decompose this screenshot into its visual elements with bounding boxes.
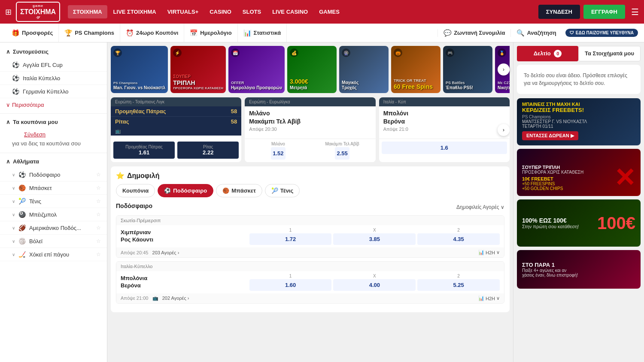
odd-cell-2-2[interactable]: 5.25 (417, 279, 500, 291)
match-card-header-2: Ευρώπη - Ευρωλίγκα (245, 97, 375, 106)
promo-card-cash[interactable]: 💰 3.000€ Μετρητά (287, 46, 337, 93)
nav-games[interactable]: GAMES (314, 5, 345, 18)
match-row-2-teams: Μπολόνια Βερόνα (121, 275, 246, 290)
match-row-2-team1: Μπολόνια (121, 275, 246, 281)
chevron-down-icon-8: ∨ (12, 252, 15, 257)
sec-nav-calendar[interactable]: 📅 Ημερολόγιο (184, 24, 237, 42)
sec-nav-promotions[interactable]: 🎁 Προσφορές (6, 24, 59, 42)
odd-cell-1-2[interactable]: 4.35 (417, 233, 500, 245)
promo-card-super-triple[interactable]: ⚡ ΣΟΥΠΕΡ ΤΡΙΠΛΗ ΠΡΟΣΦΟΡΑ ΧΩΡΙΣ ΚΑΤΑΘΕΣΗ (170, 46, 226, 93)
site-logo[interactable]: game ΣΤΟΙΧΗΜΑ .gr (16, 2, 60, 22)
match-row-1-header: Σκωτία-Πρέμιερσιπ (116, 216, 504, 225)
sidebar-item-football[interactable]: ∨ ⚽ Ποδόσφαιρο ☆ (0, 168, 107, 181)
sec-nav-ps-champions[interactable]: 🏆 PS Champions (59, 24, 120, 42)
odd-cell-2-1[interactable]: 1.60 (249, 279, 332, 291)
odd-button-2-2[interactable]: 2.55 (335, 147, 349, 160)
tab-football[interactable]: ⚽ Ποδόσφαιρο (158, 184, 213, 197)
promo-label-5: Μαγικός Τροχός (342, 80, 386, 90)
match3-team1: Μπολόνι (383, 110, 505, 117)
login-link[interactable]: Σύνδεση (12, 131, 101, 140)
promo-card-calendar[interactable]: 📅 OFFER Ημερολόγιο Προσφορών (228, 46, 285, 93)
promo-card-ps-champions[interactable]: 🏆 PS Champions Man. Γιουν. vs Νιούκαστλ (111, 46, 168, 93)
volleyball-icon: 🏐 (18, 238, 26, 244)
sec-nav-live-chat[interactable]: 💬 Ζωντανή Συνομιλία (437, 29, 510, 37)
match-row-1-team1: Χιμπέρνιαν (121, 229, 246, 235)
sidebar-item-american-football[interactable]: ∨ 🏈 Αμερικάνικο Ποδός... ☆ (0, 221, 107, 235)
sidebar-item-germany-cup[interactable]: ⚽ Γερμανία Κύπελλο (0, 85, 107, 98)
star-icon-4: ☆ (96, 211, 101, 217)
betslip-tab-my-bets[interactable]: Τα Στοιχήματά μου (578, 46, 641, 61)
match2-team1: Μιλάνο (249, 110, 371, 117)
tab-basketball[interactable]: 🏀 Μπάσκετ (216, 184, 262, 197)
odd-button-1-2[interactable]: Ρίτας 2.22 (177, 142, 239, 159)
banner-1-cta[interactable]: ΕΝΤΑΣΣΕ ΔΩΡΕΑΝ ▶ (522, 131, 578, 140)
match-row-2-time: Απόψε 21:00 📺 202 Αγορές › (121, 296, 189, 301)
promo-card-ps5[interactable]: 🎮 PS Battles Έπαθλο PS5! (443, 46, 492, 93)
tab-coupons[interactable]: Κουπόνια (116, 184, 155, 197)
nav-virtuals[interactable]: VIRTUALS+ (162, 5, 204, 18)
shortcuts-header[interactable]: ∧ Συντομεύσεις (0, 45, 107, 58)
sidebar-item-italy-cup[interactable]: ⚽ Ιταλία Κύπελλο (0, 72, 107, 85)
promo-card-free-spins[interactable]: 🎃 TRICK OR TREAT 60 Free Spins (391, 46, 440, 93)
promo-banner-1[interactable]: ΜΠΑΙΝΕΙΣ ΣΤΗ ΜΑΧΗ ΚΑΙ ΚΕΡΔΙΖΕΙΣ FREEBETS… (517, 98, 641, 145)
sidebar-item-tennis[interactable]: ∨ 🎾 Τένις ☆ (0, 195, 107, 208)
sec-nav-search[interactable]: 🔍 Αναζήτηση (510, 29, 562, 37)
sidebar-item-efl[interactable]: ⚽ Αγγλία EFL Cup (0, 58, 107, 72)
login-button[interactable]: ΣΥΝΔΕΣΗ (538, 5, 580, 19)
odd-cell-1-x[interactable]: 3.85 (333, 233, 416, 245)
betslip-tab-slip[interactable]: Δελτίο 0 (517, 46, 578, 61)
popular-markets-label[interactable]: Δημοφιλείς Αγορές ∨ (456, 204, 504, 210)
hamburger-icon[interactable]: ☰ (631, 7, 639, 17)
match-row-1-h2h[interactable]: 📊 H2H ∨ (478, 250, 500, 255)
nav-live-stoixima[interactable]: LIVE ΣΤΟΙΧΗΜΑ (108, 5, 161, 18)
odd-cell-1-1[interactable]: 1.72 (249, 233, 332, 245)
main-content: 🏆 PS Champions Man. Γιουν. vs Νιούκαστλ … (107, 42, 513, 362)
sidebar-more-shortcuts[interactable]: ∨ Περισσότερα (0, 98, 107, 112)
live-match-card-2: Ευρώπη - Ευρωλίγκα Μιλάνο Μακάμπι Τελ Αβ… (245, 97, 375, 162)
chevron-down-icon: ∨ (6, 102, 10, 108)
tab-tennis[interactable]: 🎾 Τένις (265, 184, 300, 197)
sidebar: ∧ Συντομεύσεις ⚽ Αγγλία EFL Cup ⚽ Ιταλία… (0, 42, 107, 362)
odd-button-1-1[interactable]: Προμηθέας Πάτρας 1.61 (113, 142, 175, 159)
match-row-2-markets[interactable]: 202 Αγορές › (162, 296, 189, 301)
match-card-header-1: Ευρώπη - Τσάμπιονς Λιγκ (111, 97, 241, 106)
match-row-1-markets[interactable]: 203 Αγορές › (152, 250, 179, 255)
sidebar-item-baseball[interactable]: ∨ 🎱 Μπέιζμπολ ☆ (0, 208, 107, 221)
sidebar-item-hockey[interactable]: ∨ 🏒 Χόκεϊ επί πάγου ☆ (0, 248, 107, 261)
odd-cell-2-x[interactable]: 4.00 (333, 279, 416, 291)
sports-header[interactable]: ∧ Αθλήματα (0, 155, 107, 168)
promo-icon-4: 💰 (290, 48, 298, 57)
promo-banner-4[interactable]: ΣΤΟ ΠΑΡΑ 1 Παίξε 4+ αγώνες και αν χάσεις… (517, 250, 641, 289)
live-match-card-3: Ιταλία - Κύπ Μπολόνι Βερόνα Απόψε 21:0 1… (379, 97, 510, 162)
eao-badge[interactable]: 🛡 ΕΔΩ ΠΑΙΖΟΥΜΕ ΥΠΕΥΘΥΝΑ (565, 29, 638, 37)
odd-button-2-1[interactable]: 1.52 (271, 147, 285, 160)
sec-nav-statistics[interactable]: 📊 Στατιστικά (238, 24, 287, 42)
odd-button-3-1[interactable]: 1.6 (382, 142, 507, 154)
register-button[interactable]: ΕΓΓΡΑΦΗ (583, 5, 625, 19)
sidebar-item-volleyball[interactable]: ∨ 🏐 Βόλεϊ ☆ (0, 235, 107, 248)
nav-slots[interactable]: SLOTS (237, 5, 266, 18)
nav-live-casino[interactable]: LIVE CASINO (267, 5, 313, 18)
promo-banner-2[interactable]: ΣΟΥΠΕΡ ΤΡΙΠΛΗ ΠΡΟΣΦΟΡΑ ΧΩΡΙΣ ΚΑΤΑΘΕΣΗ 10… (517, 149, 641, 196)
match-row-2-h2h[interactable]: 📊 H2H ∨ (478, 296, 500, 301)
soccer-icon: ⚽ (12, 61, 19, 68)
sidebar-item-basketball[interactable]: ∨ 🏀 Μπάσκετ ☆ (0, 181, 107, 195)
match-row-2-odds: 1 1.60 Χ 4.00 2 5.25 (249, 274, 500, 291)
promo-label-3: OFFER Ημερολόγιο Προσφορών (231, 81, 282, 90)
nav-casino[interactable]: CASINO (204, 5, 237, 18)
odd-col-1-1: 1 1.72 (249, 228, 332, 245)
grid-icon[interactable]: ⊞ (5, 7, 12, 17)
bar-chart-icon-2: 📊 (478, 296, 484, 301)
nav-right-actions: ΣΥΝΔΕΣΗ ΕΓΓΡΑΦΗ ☰ (538, 5, 639, 19)
match-scroll-arrow[interactable]: › (498, 124, 510, 136)
match-row-2-footer: Απόψε 21:00 📺 202 Αγορές › 📊 H2H ∨ (116, 293, 504, 303)
promo-banner-3[interactable]: 100% ΕΩΣ 100€ Στην πρώτη σου κατάθεση! 1… (517, 199, 641, 247)
star-icon: ☆ (96, 172, 101, 178)
sec-nav-24h-coupon[interactable]: ⏰ 24ωρο Κουπόνι (120, 24, 184, 42)
coupons-header[interactable]: ∧ Τα κουπόνια μου (0, 115, 107, 129)
star-icon-5: ☆ (96, 225, 101, 231)
main-layout: ∧ Συντομεύσεις ⚽ Αγγλία EFL Cup ⚽ Ιταλία… (0, 42, 644, 362)
nav-stoixima[interactable]: ΣΤΟΙΧΗΜΑ (68, 5, 107, 18)
promo-card-magic-wheel[interactable]: 🎡 Μαγικός Τροχός (339, 46, 389, 93)
carousel-next-arrow[interactable]: › (498, 63, 510, 75)
